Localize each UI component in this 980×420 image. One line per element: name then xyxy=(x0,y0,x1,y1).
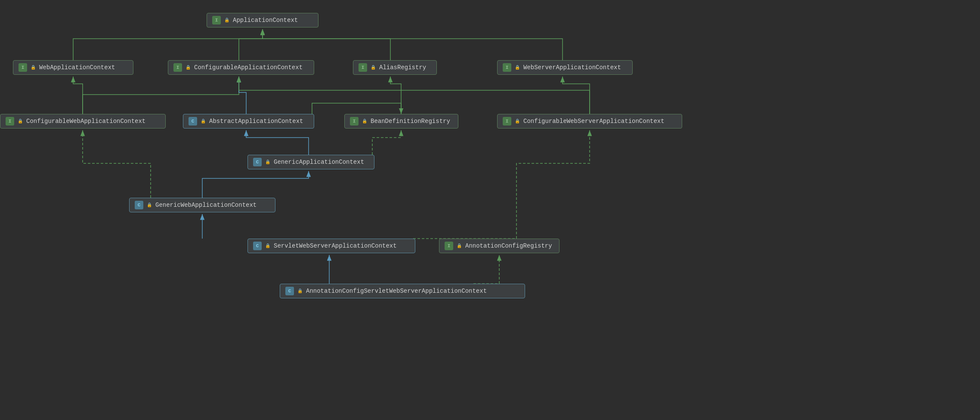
label-bean-definition-registry: BeanDefinitionRegistry xyxy=(371,118,450,125)
node-servlet-web-server-application-context[interactable]: C 🔒 ServletWebServerApplicationContext xyxy=(247,239,415,253)
label-annotation-config-registry: AnnotationConfigRegistry xyxy=(465,242,552,249)
node-annotation-config-servlet-web-server-application-context[interactable]: C 🔒 AnnotationConfigServletWebServerAppl… xyxy=(280,284,525,298)
lock-icon-generic-web-application-context: 🔒 xyxy=(147,202,152,208)
lock-icon-configurable-web-application-context: 🔒 xyxy=(18,119,23,124)
label-configurable-application-context: ConfigurableApplicationContext xyxy=(194,64,303,71)
lock-icon-configurable-web-server-application-context: 🔒 xyxy=(515,119,520,124)
node-annotation-config-registry[interactable]: I 🔒 AnnotationConfigRegistry xyxy=(439,239,560,253)
lock-icon-annotation-config-registry: 🔒 xyxy=(457,243,462,248)
node-generic-web-application-context[interactable]: C 🔒 GenericWebApplicationContext xyxy=(129,198,275,212)
label-annotation-config-servlet-web-server-application-context: AnnotationConfigServletWebServerApplicat… xyxy=(306,288,487,294)
label-abstract-application-context: AbstractApplicationContext xyxy=(209,118,303,125)
interface-icon-web-application-context: I xyxy=(19,63,27,72)
lock-icon-web-server-application-context: 🔒 xyxy=(515,65,520,70)
lock-icon-annotation-config-servlet-web-server-application-context: 🔒 xyxy=(297,288,303,294)
node-abstract-application-context[interactable]: C 🔒 AbstractApplicationContext xyxy=(183,114,314,129)
node-alias-registry[interactable]: I 🔒 AliasRegistry xyxy=(353,60,437,75)
class-icon-generic-web-application-context: C xyxy=(135,201,143,209)
label-web-application-context: WebApplicationContext xyxy=(39,64,115,71)
node-application-context[interactable]: I 🔒 ApplicationContext xyxy=(207,13,318,28)
class-icon-servlet-web-server-application-context: C xyxy=(253,242,262,250)
node-web-server-application-context[interactable]: I 🔒 WebServerApplicationContext xyxy=(497,60,633,75)
class-icon-abstract-application-context: C xyxy=(189,117,197,126)
node-configurable-web-application-context[interactable]: I 🔒 ConfigurableWebApplicationContext xyxy=(0,114,166,129)
lock-icon-web-application-context: 🔒 xyxy=(31,65,36,70)
diagram-container: I 🔒 ApplicationContext I 🔒 WebApplicatio… xyxy=(0,0,980,420)
interface-icon-bean-definition-registry: I xyxy=(350,117,359,126)
lock-icon-alias-registry: 🔒 xyxy=(371,65,376,70)
node-web-application-context[interactable]: I 🔒 WebApplicationContext xyxy=(13,60,133,75)
label-alias-registry: AliasRegistry xyxy=(379,64,426,71)
node-configurable-application-context[interactable]: I 🔒 ConfigurableApplicationContext xyxy=(168,60,314,75)
node-bean-definition-registry[interactable]: I 🔒 BeanDefinitionRegistry xyxy=(344,114,458,129)
label-web-server-application-context: WebServerApplicationContext xyxy=(523,64,621,71)
label-servlet-web-server-application-context: ServletWebServerApplicationContext xyxy=(274,242,397,249)
lock-icon-servlet-web-server-application-context: 🔒 xyxy=(265,243,270,248)
interface-icon-web-server-application-context: I xyxy=(503,63,511,72)
class-icon-annotation-config-servlet-web-server-application-context: C xyxy=(285,287,294,295)
lock-icon-abstract-application-context: 🔒 xyxy=(201,119,206,124)
label-configurable-web-application-context: ConfigurableWebApplicationContext xyxy=(26,118,145,125)
lock-icon-configurable-application-context: 🔒 xyxy=(185,65,191,70)
interface-icon-application-context: I xyxy=(212,16,221,25)
lock-icon-bean-definition-registry: 🔒 xyxy=(362,119,367,124)
label-configurable-web-server-application-context: ConfigurableWebServerApplicationContext xyxy=(523,118,665,125)
interface-icon-configurable-web-server-application-context: I xyxy=(503,117,511,126)
node-configurable-web-server-application-context[interactable]: I 🔒 ConfigurableWebServerApplicationCont… xyxy=(497,114,682,129)
label-application-context: ApplicationContext xyxy=(233,17,298,24)
lock-icon-application-context: 🔒 xyxy=(224,18,229,23)
node-generic-application-context[interactable]: C 🔒 GenericApplicationContext xyxy=(247,155,374,169)
interface-icon-alias-registry: I xyxy=(359,63,367,72)
label-generic-application-context: GenericApplicationContext xyxy=(274,159,364,166)
interface-icon-configurable-application-context: I xyxy=(173,63,182,72)
lock-icon-generic-application-context: 🔒 xyxy=(265,159,270,165)
interface-icon-configurable-web-application-context: I xyxy=(6,117,14,126)
label-generic-web-application-context: GenericWebApplicationContext xyxy=(155,202,257,208)
class-icon-generic-application-context: C xyxy=(253,158,262,166)
interface-icon-annotation-config-registry: I xyxy=(445,242,453,250)
